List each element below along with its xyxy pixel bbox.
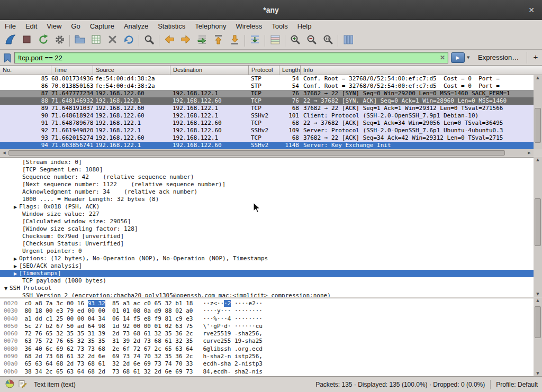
menu-go[interactable]: Go xyxy=(66,21,85,31)
column-header-source[interactable]: Source xyxy=(93,66,170,75)
hex-row-0080[interactable]: 008036 40 6c 69 62 73 73 68 2e 6f 72 67 … xyxy=(0,345,534,353)
close-icon[interactable]: ✕ xyxy=(526,5,537,15)
hex-row-0040[interactable]: 0040a1 dd c1 25 00 00 04 34 06 14 f5 e8 … xyxy=(0,315,534,323)
detail-checksum[interactable]: Checksum: 0x79ed [unverified] xyxy=(0,233,534,240)
detail-sequence-number[interactable]: Sequence number: 42 (relative sequence n… xyxy=(0,174,534,181)
packet-row-90[interactable]: 9071.648618924192.168.122.60192.168.122.… xyxy=(0,112,534,120)
detail-stream-index[interactable]: [Stream index: 0] xyxy=(0,159,534,166)
expert-info-button[interactable] xyxy=(4,379,15,390)
column-header-info[interactable]: Info xyxy=(301,66,534,75)
add-filter-button[interactable]: + xyxy=(531,52,540,61)
column-header-time[interactable]: Time xyxy=(51,66,93,75)
packet-row-88[interactable]: 8871.648146932192.168.122.1192.168.122.6… xyxy=(0,97,534,105)
detail-ssh-version[interactable]: SSH Version 2 (encryption:chacha20-poly1… xyxy=(0,292,534,297)
hex-vscrollbar[interactable]: ▲ ▼ xyxy=(534,298,542,376)
menu-edit[interactable]: Edit xyxy=(21,21,42,31)
packet-row-85[interactable]: 8568.001734936fe:54:00:d4:38:2aSTP54Conf… xyxy=(0,75,534,83)
packet-row-89[interactable]: 8971.648191037192.168.122.60192.168.122.… xyxy=(0,105,534,112)
menu-tools[interactable]: Tools xyxy=(267,21,292,31)
detail-window-size[interactable]: Window size value: 227 xyxy=(0,211,534,218)
scroll-up-icon[interactable]: ▲ xyxy=(534,298,542,303)
start-capture-button[interactable] xyxy=(2,33,19,48)
menu-file[interactable]: File xyxy=(0,21,21,31)
hex-row-0070[interactable]: 007063 75 72 76 65 32 35 35 31 39 2d 73 … xyxy=(0,338,534,345)
display-filter-input[interactable] xyxy=(14,52,448,63)
go-forward-button[interactable] xyxy=(177,33,194,48)
scroll-up-icon[interactable]: ▲ xyxy=(534,76,542,80)
stop-capture-button[interactable] xyxy=(19,33,35,48)
packet-row-87[interactable]: 8771.647777234192.168.122.60192.168.122.… xyxy=(0,90,534,97)
save-file-button[interactable] xyxy=(88,33,104,48)
packet-row-86[interactable]: 8670.013850163fe:54:00:d4:38:2aSTP54Conf… xyxy=(0,83,534,90)
scroll-down-icon[interactable]: ▼ xyxy=(534,371,542,376)
hex-row-0060[interactable]: 006072 76 65 32 35 35 31 39 2d 73 68 61 … xyxy=(0,330,534,338)
menu-statistics[interactable]: Statistics xyxy=(153,21,190,31)
close-file-button[interactable] xyxy=(104,33,121,48)
go-to-first-packet-button[interactable] xyxy=(210,33,227,48)
detail-ssh-protocol[interactable]: ▼SSH Protocol xyxy=(0,285,534,292)
expander-icon[interactable]: ▶ xyxy=(12,271,19,276)
packet-row-93[interactable]: 9371.662015274192.168.122.60192.168.122.… xyxy=(0,134,534,142)
detail-flags[interactable]: ▶Flags: 0x018 (PSH, ACK) xyxy=(0,203,534,211)
expander-icon[interactable]: ▼ xyxy=(2,286,10,291)
menu-analyze[interactable]: Analyze xyxy=(119,21,153,31)
column-header-length[interactable]: Length xyxy=(279,66,301,75)
restart-capture-button[interactable] xyxy=(35,33,51,48)
scroll-down-icon[interactable]: ▼ xyxy=(534,292,542,296)
menu-help[interactable]: Help xyxy=(293,21,317,31)
go-to-packet-button[interactable] xyxy=(194,33,210,48)
resize-columns-button[interactable] xyxy=(340,33,356,48)
menu-view[interactable]: View xyxy=(42,21,66,31)
packet-list-vscrollbar[interactable]: ▲ ▼ xyxy=(534,75,542,157)
status-profile[interactable]: Profile: Default xyxy=(496,381,538,388)
expression-button[interactable]: Expression… xyxy=(478,53,519,61)
packet-list-hscrollbar[interactable]: ◀ ▶ xyxy=(0,149,534,157)
capture-options-button[interactable] xyxy=(51,33,68,48)
detail-tcp-payload[interactable]: TCP payload (1080 bytes) xyxy=(0,277,534,285)
packet-row-92[interactable]: 9271.661949820192.168.122.1192.168.122.6… xyxy=(0,127,534,134)
reload-file-button[interactable] xyxy=(121,33,137,48)
detail-options[interactable]: ▶Options: (12 bytes), No-Operation (NOP)… xyxy=(0,255,534,262)
colorize-button[interactable] xyxy=(267,33,283,48)
filter-bookmark-button[interactable] xyxy=(2,52,13,63)
zoom-in-button[interactable] xyxy=(287,33,303,48)
column-header-destination[interactable]: Destination xyxy=(170,66,249,75)
menu-wireless[interactable]: Wireless xyxy=(231,21,267,31)
filter-dropdown-icon[interactable]: ▼ xyxy=(467,56,469,60)
menu-capture[interactable]: Capture xyxy=(85,21,119,31)
hex-row-0020[interactable]: 0020c0 a8 7a 3c 00 16 93 32 85 a3 ac c0 … xyxy=(0,300,534,307)
titlebar[interactable]: *any ✕ xyxy=(0,0,542,20)
hex-row-00b0[interactable]: 00b038 34 2c 65 63 64 68 2d 73 68 61 32 … xyxy=(0,368,534,376)
hex-row-0090[interactable]: 009068 2d 73 68 61 32 2d 6e 69 73 74 70 … xyxy=(0,353,534,360)
hex-row-0050[interactable]: 00505c 27 b2 67 50 ad 64 98 1d 92 00 00 … xyxy=(0,323,534,330)
detail-seq-ack-analysis[interactable]: ▶[SEQ/ACK analysis] xyxy=(0,262,534,270)
detail-calc-window[interactable]: [Calculated window size: 29056] xyxy=(0,218,534,225)
find-packet-button[interactable] xyxy=(141,33,157,48)
scroll-thumb[interactable] xyxy=(535,198,541,246)
expander-icon[interactable]: ▶ xyxy=(12,205,19,209)
detail-window-scaling[interactable]: [Window size scaling factor: 128] xyxy=(0,225,534,233)
expander-icon[interactable]: ▶ xyxy=(12,264,19,269)
detail-urgent-pointer[interactable]: Urgent pointer: 0 xyxy=(0,248,534,255)
hex-row-0030[interactable]: 003080 18 00 e3 79 ed 00 00 01 01 08 0a … xyxy=(0,307,534,315)
scroll-thumb[interactable] xyxy=(535,306,541,338)
clear-filter-icon[interactable]: ✕ xyxy=(440,54,445,61)
hex-row-00a0[interactable]: 00a065 63 64 68 2d 73 68 61 32 2d 6e 69 … xyxy=(0,360,534,368)
detail-timestamps-selected[interactable]: ▶[Timestamps] xyxy=(0,270,534,277)
zoom-out-button[interactable] xyxy=(303,33,320,48)
details-vscrollbar[interactable]: ▲ ▼ xyxy=(534,157,542,297)
go-back-button[interactable] xyxy=(161,33,177,48)
detail-segment-len[interactable]: [TCP Segment Len: 1080] xyxy=(0,166,534,174)
packet-row-94-selected[interactable]: 9471.663856741192.168.122.1192.168.122.6… xyxy=(0,142,534,149)
scroll-thumb[interactable] xyxy=(535,108,541,143)
scroll-left-icon[interactable]: ◀ xyxy=(1,149,8,157)
scroll-right-icon[interactable]: ▶ xyxy=(526,149,533,157)
scroll-up-icon[interactable]: ▲ xyxy=(534,158,542,162)
apply-filter-button[interactable]: ▶ xyxy=(451,52,465,63)
menu-telephony[interactable]: Telephony xyxy=(190,21,231,31)
detail-next-sequence[interactable]: [Next sequence number: 1122 (relative se… xyxy=(0,181,534,188)
zoom-100-button[interactable] xyxy=(320,33,336,48)
column-header-no[interactable]: No. xyxy=(0,66,51,75)
detail-header-length[interactable]: 1000 .... = Header Length: 32 bytes (8) xyxy=(0,196,534,203)
go-to-last-packet-button[interactable] xyxy=(227,33,243,48)
